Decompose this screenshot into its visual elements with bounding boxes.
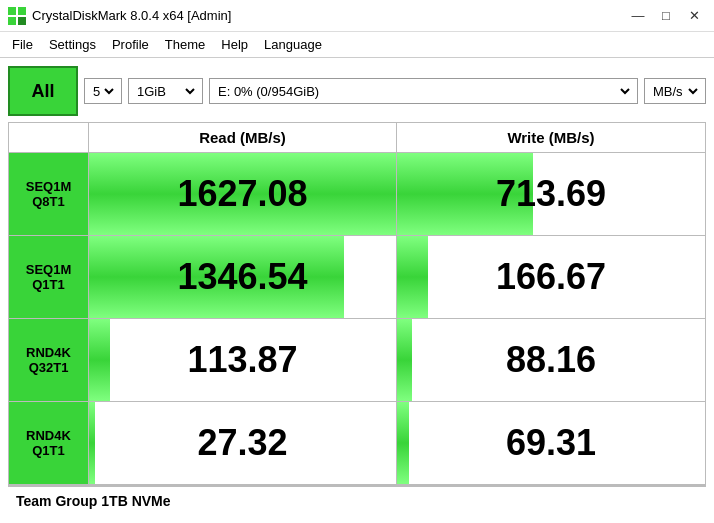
menu-help[interactable]: Help bbox=[213, 35, 256, 54]
menu-settings[interactable]: Settings bbox=[41, 35, 104, 54]
table-row: RND4K Q32T1 113.87 88.16 bbox=[9, 319, 705, 402]
app-icon bbox=[8, 7, 26, 25]
read-value-seq1m-q8t1: 1627.08 bbox=[89, 153, 397, 235]
window-controls: — □ ✕ bbox=[626, 6, 706, 26]
maximize-button[interactable]: □ bbox=[654, 6, 678, 26]
count-select[interactable]: 1 3 5 9 bbox=[89, 83, 117, 100]
unit-dropdown[interactable]: MB/s GB/s IOPS μs bbox=[644, 78, 706, 104]
all-button[interactable]: All bbox=[8, 66, 78, 116]
read-value-rnd4k-q1t1: 27.32 bbox=[89, 402, 397, 484]
read-header: Read (MB/s) bbox=[89, 123, 397, 152]
benchmark-table: Read (MB/s) Write (MB/s) SEQ1M Q8T1 1627… bbox=[8, 122, 706, 485]
menu-file[interactable]: File bbox=[4, 35, 41, 54]
write-header: Write (MB/s) bbox=[397, 123, 705, 152]
main-content: All 1 3 5 9 512MiB 1GiB 2GiB 4GiB 8GiB E… bbox=[0, 58, 714, 523]
drive-dropdown[interactable]: E: 0% (0/954GiB) bbox=[209, 78, 638, 104]
read-value-seq1m-q1t1: 1346.54 bbox=[89, 236, 397, 318]
label-header bbox=[9, 123, 89, 152]
unit-select[interactable]: MB/s GB/s IOPS μs bbox=[649, 83, 701, 100]
write-value-rnd4k-q1t1: 69.31 bbox=[397, 402, 705, 484]
close-button[interactable]: ✕ bbox=[682, 6, 706, 26]
menu-profile[interactable]: Profile bbox=[104, 35, 157, 54]
table-row: RND4K Q1T1 27.32 69.31 bbox=[9, 402, 705, 484]
svg-rect-3 bbox=[18, 17, 26, 25]
svg-rect-1 bbox=[18, 7, 26, 15]
size-select[interactable]: 512MiB 1GiB 2GiB 4GiB 8GiB bbox=[133, 83, 198, 100]
row-label-rnd4k-q32t1: RND4K Q32T1 bbox=[9, 319, 89, 401]
window-title: CrystalDiskMark 8.0.4 x64 [Admin] bbox=[32, 8, 626, 23]
write-value-rnd4k-q32t1: 88.16 bbox=[397, 319, 705, 401]
row-label-rnd4k-q1t1: RND4K Q1T1 bbox=[9, 402, 89, 484]
controls-row: All 1 3 5 9 512MiB 1GiB 2GiB 4GiB 8GiB E… bbox=[8, 66, 706, 116]
menu-bar: File Settings Profile Theme Help Languag… bbox=[0, 32, 714, 58]
row-label-seq1m-q8t1: SEQ1M Q8T1 bbox=[9, 153, 89, 235]
table-row: SEQ1M Q8T1 1627.08 713.69 bbox=[9, 153, 705, 236]
count-dropdown[interactable]: 1 3 5 9 bbox=[84, 78, 122, 104]
svg-rect-2 bbox=[8, 17, 16, 25]
size-dropdown[interactable]: 512MiB 1GiB 2GiB 4GiB 8GiB bbox=[128, 78, 203, 104]
svg-rect-0 bbox=[8, 7, 16, 15]
rows-container: SEQ1M Q8T1 1627.08 713.69 SEQ1M Q1T1 bbox=[9, 153, 705, 484]
write-value-seq1m-q8t1: 713.69 bbox=[397, 153, 705, 235]
drive-select[interactable]: E: 0% (0/954GiB) bbox=[214, 83, 633, 100]
drive-name: Team Group 1TB NVMe bbox=[16, 493, 171, 509]
menu-language[interactable]: Language bbox=[256, 35, 330, 54]
footer: Team Group 1TB NVMe bbox=[8, 485, 706, 515]
write-value-seq1m-q1t1: 166.67 bbox=[397, 236, 705, 318]
minimize-button[interactable]: — bbox=[626, 6, 650, 26]
title-bar: CrystalDiskMark 8.0.4 x64 [Admin] — □ ✕ bbox=[0, 0, 714, 32]
read-value-rnd4k-q32t1: 113.87 bbox=[89, 319, 397, 401]
menu-theme[interactable]: Theme bbox=[157, 35, 213, 54]
table-header: Read (MB/s) Write (MB/s) bbox=[9, 123, 705, 153]
table-row: SEQ1M Q1T1 1346.54 166.67 bbox=[9, 236, 705, 319]
row-label-seq1m-q1t1: SEQ1M Q1T1 bbox=[9, 236, 89, 318]
